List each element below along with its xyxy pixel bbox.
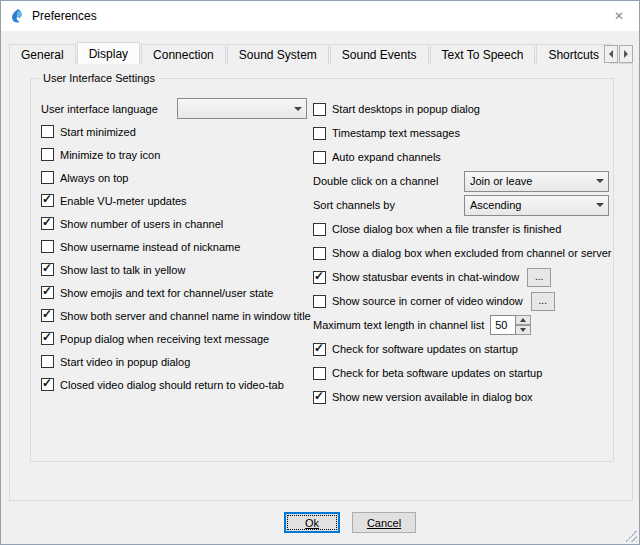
checkbox-box[interactable] bbox=[313, 127, 326, 140]
checkbox-label: Close dialog box when a file transfer is… bbox=[332, 223, 561, 235]
tab-scroll-left-button[interactable] bbox=[604, 45, 618, 63]
checkbox-start-minimized[interactable]: Start minimized bbox=[41, 120, 307, 143]
sort-channels-label: Sort channels by bbox=[313, 199, 395, 211]
language-select[interactable] bbox=[177, 98, 307, 119]
checkbox-minimize-to-tray[interactable]: Minimize to tray icon bbox=[41, 143, 307, 166]
checkbox-label: Closed video dialog should return to vid… bbox=[60, 379, 284, 391]
tab-label: General bbox=[21, 48, 64, 62]
checkbox-start-desktops-popup[interactable]: Start desktops in popup dialog bbox=[313, 97, 609, 121]
checkbox-statusbar-events[interactable]: Show statusbar events in chat-window bbox=[313, 271, 519, 284]
checkbox-box[interactable] bbox=[41, 171, 54, 184]
checkbox-server-channel-in-title[interactable]: Show both server and channel name in win… bbox=[41, 304, 307, 327]
checkbox-label: Minimize to tray icon bbox=[60, 149, 160, 161]
checkbox-closed-video-return-tab[interactable]: Closed video dialog should return to vid… bbox=[41, 373, 307, 396]
checkbox-video-source-corner[interactable]: Show source in corner of video window bbox=[313, 295, 523, 308]
checkbox-box[interactable] bbox=[313, 367, 326, 380]
checkbox-label: Show both server and channel name in win… bbox=[60, 310, 311, 322]
checkbox-box[interactable] bbox=[313, 151, 326, 164]
checkbox-label: Auto expand channels bbox=[332, 151, 441, 163]
tab-sound-events[interactable]: Sound Events bbox=[330, 44, 429, 64]
max-text-length-value[interactable]: 50 bbox=[490, 315, 516, 335]
resize-grip[interactable] bbox=[625, 530, 637, 542]
checkbox-popup-text-message[interactable]: Popup dialog when receiving text message bbox=[41, 327, 307, 350]
video-source-row: Show source in corner of video window ..… bbox=[313, 289, 609, 313]
checkbox-box[interactable] bbox=[313, 391, 326, 404]
checkbox-label: Show username instead of nickname bbox=[60, 241, 240, 253]
checkbox-label: Start minimized bbox=[60, 126, 136, 138]
checkbox-vu-meter-updates[interactable]: Enable VU-meter updates bbox=[41, 189, 307, 212]
tab-connection[interactable]: Connection bbox=[141, 44, 226, 64]
ok-button[interactable]: Ok bbox=[284, 512, 340, 533]
statusbar-events-row: Show statusbar events in chat-window ... bbox=[313, 265, 609, 289]
checkbox-excluded-dialog[interactable]: Show a dialog box when excluded from cha… bbox=[313, 241, 609, 265]
checkbox-show-emojis[interactable]: Show emojis and text for channel/user st… bbox=[41, 281, 307, 304]
checkbox-box[interactable] bbox=[41, 332, 54, 345]
video-source-more-button[interactable]: ... bbox=[531, 292, 555, 311]
double-click-label: Double click on a channel bbox=[313, 175, 438, 187]
spin-down-button[interactable] bbox=[516, 325, 531, 335]
close-icon[interactable]: ✕ bbox=[609, 7, 629, 25]
checkbox-box[interactable] bbox=[41, 263, 54, 276]
checkbox-label: Show emojis and text for channel/user st… bbox=[60, 287, 273, 299]
right-column: Start desktops in popup dialog Timestamp… bbox=[313, 97, 609, 409]
spin-up-button[interactable] bbox=[516, 315, 531, 325]
checkbox-label: Timestamp text messages bbox=[332, 127, 460, 139]
checkbox-box[interactable] bbox=[41, 148, 54, 161]
checkbox-box[interactable] bbox=[41, 309, 54, 322]
checkbox-close-filetransfer-dialog[interactable]: Close dialog box when a file transfer is… bbox=[313, 217, 609, 241]
cancel-button[interactable]: Cancel bbox=[352, 512, 416, 533]
checkbox-new-version-dialog[interactable]: Show new version available in dialog box bbox=[313, 385, 609, 409]
checkbox-start-video-popup[interactable]: Start video in popup dialog bbox=[41, 350, 307, 373]
user-interface-settings-group: User Interface Settings User interface l… bbox=[30, 78, 614, 462]
tab-general[interactable]: General bbox=[9, 44, 76, 64]
display-tab-page: User Interface Settings User interface l… bbox=[9, 63, 633, 501]
statusbar-events-more-button[interactable]: ... bbox=[527, 268, 551, 287]
checkbox-label: Show statusbar events in chat-window bbox=[332, 271, 519, 283]
checkbox-show-username[interactable]: Show username instead of nickname bbox=[41, 235, 307, 258]
checkbox-box[interactable] bbox=[313, 343, 326, 356]
tab-scroll-right-button[interactable] bbox=[619, 45, 633, 63]
checkbox-timestamp-messages[interactable]: Timestamp text messages bbox=[313, 121, 609, 145]
checkbox-box[interactable] bbox=[41, 240, 54, 253]
double-click-select[interactable]: Join or leave bbox=[464, 171, 609, 192]
tab-bar: General Display Connection Sound System … bbox=[9, 41, 613, 64]
groupbox-title: User Interface Settings bbox=[39, 72, 159, 84]
checkbox-show-user-count[interactable]: Show number of users in channel bbox=[41, 212, 307, 235]
tab-shortcuts[interactable]: Shortcuts bbox=[536, 44, 611, 64]
tab-sound-system[interactable]: Sound System bbox=[227, 44, 329, 64]
tab-display[interactable]: Display bbox=[77, 42, 140, 64]
checkbox-always-on-top[interactable]: Always on top bbox=[41, 166, 307, 189]
max-text-length-spinner[interactable]: 50 bbox=[490, 315, 531, 335]
tab-label: Display bbox=[89, 47, 128, 61]
checkbox-beta-updates[interactable]: Check for beta software updates on start… bbox=[313, 361, 609, 385]
checkbox-box[interactable] bbox=[313, 247, 326, 260]
checkbox-box[interactable] bbox=[41, 217, 54, 230]
left-column: User interface language Start minimized … bbox=[41, 97, 307, 396]
double-click-value: Join or leave bbox=[470, 175, 592, 187]
tab-text-to-speech[interactable]: Text To Speech bbox=[430, 44, 536, 64]
checkbox-auto-expand-channels[interactable]: Auto expand channels bbox=[313, 145, 609, 169]
sort-channels-select[interactable]: Ascending bbox=[464, 195, 609, 216]
checkbox-box[interactable] bbox=[41, 378, 54, 391]
checkbox-box[interactable] bbox=[41, 355, 54, 368]
checkbox-label: Start desktops in popup dialog bbox=[332, 103, 480, 115]
checkbox-box[interactable] bbox=[313, 295, 326, 308]
arrow-right-icon bbox=[624, 50, 628, 58]
checkbox-last-to-talk-yellow[interactable]: Show last to talk in yellow bbox=[41, 258, 307, 281]
titlebar[interactable]: Preferences ✕ bbox=[1, 1, 639, 31]
checkbox-box[interactable] bbox=[41, 194, 54, 207]
checkbox-box[interactable] bbox=[313, 103, 326, 116]
tab-label: Shortcuts bbox=[548, 48, 599, 62]
max-text-length-row: Maximum text length in channel list 50 bbox=[313, 313, 609, 337]
arrow-left-icon bbox=[609, 50, 613, 58]
checkbox-box[interactable] bbox=[313, 271, 326, 284]
checkbox-box[interactable] bbox=[313, 223, 326, 236]
checkbox-box[interactable] bbox=[41, 286, 54, 299]
checkbox-software-updates[interactable]: Check for software updates on startup bbox=[313, 337, 609, 361]
checkbox-label: Show new version available in dialog box bbox=[332, 391, 533, 403]
checkbox-label: Show a dialog box when excluded from cha… bbox=[332, 247, 611, 259]
chevron-down-icon bbox=[592, 203, 608, 207]
checkbox-box[interactable] bbox=[41, 125, 54, 138]
checkbox-label: Popup dialog when receiving text message bbox=[60, 333, 269, 345]
double-click-row: Double click on a channel Join or leave bbox=[313, 169, 609, 193]
